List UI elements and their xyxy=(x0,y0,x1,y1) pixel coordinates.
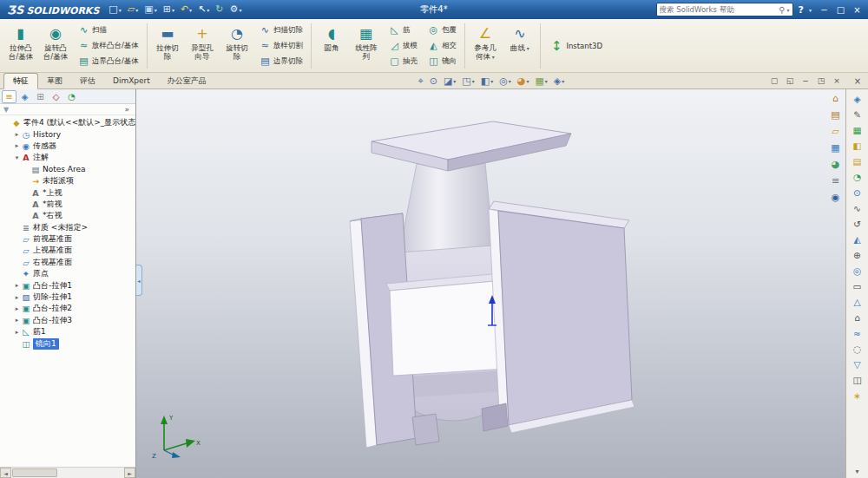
custom-properties-icon[interactable]: ≡ xyxy=(828,174,843,187)
new-window-icon[interactable]: ▢ xyxy=(767,75,781,87)
view-palette-icon[interactable]: ▦ xyxy=(828,141,843,154)
dropdown-caret-icon[interactable]: ▾ xyxy=(119,7,122,13)
scrollbar-thumb[interactable] xyxy=(12,468,57,477)
tool-icon-20[interactable]: ∗ xyxy=(850,389,865,402)
scroll-left-icon[interactable]: ◄ xyxy=(0,468,11,478)
file-explorer-icon[interactable]: ▱ xyxy=(828,125,843,138)
zoom-fit-button[interactable]: ⌖ xyxy=(416,74,426,88)
tool-icon-14[interactable]: △ xyxy=(850,295,865,308)
tool-icon-8[interactable]: ∿ xyxy=(850,201,865,214)
tree-toggle-icon[interactable]: ▸ xyxy=(13,294,21,301)
lofted-cut-button[interactable]: ≈放样切割 xyxy=(257,39,306,53)
hole-wizard-button[interactable]: +异型孔向导 xyxy=(185,22,220,70)
tree-item-rib1[interactable]: ▸◺筋1 xyxy=(0,326,135,337)
tool-icon-4[interactable]: ◧ xyxy=(850,139,865,152)
tree-item-notes-area[interactable]: ▤Notes Area xyxy=(0,164,135,175)
search-input[interactable] xyxy=(660,5,779,14)
design-library-icon[interactable]: ▤ xyxy=(828,108,843,121)
appearances-scenes-icon[interactable]: ◕ xyxy=(828,158,843,171)
search-caret-icon[interactable]: ▾ xyxy=(787,7,790,13)
curves-button[interactable]: ∿曲线 ▾ xyxy=(503,22,537,70)
apply-scene-button[interactable]: ▦▾ xyxy=(532,74,549,88)
shell-button[interactable]: ▢抽壳 xyxy=(386,55,420,69)
dropdown-caret-icon[interactable]: ▾ xyxy=(526,78,529,84)
tool-icon-10[interactable]: ◭ xyxy=(850,232,865,246)
swept-boss-button[interactable]: ∿扫描 xyxy=(76,23,141,37)
dropdown-caret-icon[interactable]: ▾ xyxy=(239,7,241,13)
tree-item-mirror1[interactable]: ◫镜向1 xyxy=(0,337,135,349)
tool-icon-17[interactable]: ◌ xyxy=(850,342,865,355)
print-button[interactable]: ⊞▾ xyxy=(161,2,177,17)
tree-item-front-view[interactable]: A*前视 xyxy=(0,199,135,210)
dropdown-caret-icon[interactable]: ▾ xyxy=(207,7,209,13)
part-model[interactable] xyxy=(136,89,845,478)
help-caret-icon[interactable]: ▾ xyxy=(809,7,812,13)
tree-item-boss-extrude3[interactable]: ▸▣凸台-拉伸3 xyxy=(0,315,135,326)
dropdown-caret-icon[interactable]: ▾ xyxy=(490,78,493,84)
extruded-boss-button[interactable]: ▮拉伸凸台/基体 xyxy=(3,22,38,70)
dropdown-caret-icon[interactable]: ▾ xyxy=(155,7,157,13)
dropdown-caret-icon[interactable]: ▾ xyxy=(545,78,548,84)
model-right-wall-face[interactable] xyxy=(498,211,632,425)
tree-item-sensors[interactable]: ▸◉传感器 xyxy=(0,141,135,152)
tool-icon-9[interactable]: ↺ xyxy=(850,217,865,230)
panel-splitter[interactable]: ◂ xyxy=(136,265,142,296)
select-button[interactable]: ↖▾ xyxy=(195,2,212,17)
section-view-button[interactable]: ◪▾ xyxy=(441,74,458,88)
tree-item-origin[interactable]: ⌖原点 xyxy=(0,268,135,279)
close-icon[interactable]: × xyxy=(850,3,865,16)
help-icon[interactable]: ? xyxy=(799,4,804,16)
tree-item-right-view[interactable]: A*右视 xyxy=(0,210,135,221)
extruded-cut-button[interactable]: ▬拉伸切除 xyxy=(150,22,185,70)
tool-icon-16[interactable]: ≈ xyxy=(850,326,865,339)
tree-item-cut-extrude1[interactable]: ▸▨切除-拉伸1 xyxy=(0,291,135,303)
rebuild-button[interactable]: ↻ xyxy=(213,2,226,17)
tree-root-part[interactable]: ◆零件4 (默认<<默认>_显示状态 xyxy=(0,117,135,128)
tree-item-unassigned[interactable]: →未指派项 xyxy=(0,175,135,187)
tree-item-boss-extrude1[interactable]: ▸▣凸台-拉伸1 xyxy=(0,279,135,291)
maximize-icon[interactable]: □ xyxy=(833,3,848,16)
tree-toggle-icon[interactable]: ▸ xyxy=(13,329,21,336)
forum-icon[interactable]: ◉ xyxy=(828,191,843,204)
tool-icon-18[interactable]: ▽ xyxy=(850,357,865,370)
tool-icon-12[interactable]: ◎ xyxy=(850,264,865,277)
toolbar-close-icon[interactable]: × xyxy=(851,76,865,86)
hide-show-items-button[interactable]: ◎▾ xyxy=(496,74,514,88)
tree-toggle-icon[interactable]: ▸ xyxy=(13,131,21,138)
tree-item-history[interactable]: ▸◷History xyxy=(0,128,135,140)
graphics-viewport[interactable]: ⌂▤▱▦◕≡◉ ◂ Y X Z xyxy=(136,89,845,478)
tab-草图[interactable]: 草图 xyxy=(38,73,71,89)
minimize-document-icon[interactable]: − xyxy=(799,75,812,87)
restore-document-icon[interactable]: ◳ xyxy=(814,75,828,87)
tool-icon-15[interactable]: ⌂ xyxy=(850,311,865,324)
boundary-boss-button[interactable]: ▤边界凸台/基体 xyxy=(76,55,141,69)
tile-windows-icon[interactable]: ◱ xyxy=(783,75,797,87)
filter-icon[interactable]: ▼ xyxy=(3,106,9,114)
save-button[interactable]: ▣▾ xyxy=(141,2,159,17)
minimize-icon[interactable]: − xyxy=(817,3,832,16)
edit-appearance-button[interactable]: ◕▾ xyxy=(515,74,532,88)
fillet-button[interactable]: ◖圆角 xyxy=(314,22,349,70)
tree-item-annotations[interactable]: ▾A注解 xyxy=(0,152,135,163)
intersect-button[interactable]: ◭相交 xyxy=(425,39,459,53)
tool-icon-1[interactable]: ◈ xyxy=(850,92,865,105)
tool-icon-3[interactable]: ▦ xyxy=(850,123,865,136)
rib-button[interactable]: ◺筋 xyxy=(386,23,420,37)
options-button[interactable]: ⚙▾ xyxy=(227,2,245,17)
draft-button[interactable]: ◿拔模 xyxy=(386,39,420,53)
tree-item-material[interactable]: ≡材质 <未指定> xyxy=(0,222,135,233)
tab-DimXpert[interactable]: DimXpert xyxy=(104,73,159,89)
dropdown-caret-icon[interactable]: ▾ xyxy=(189,7,192,13)
tab-评估[interactable]: 评估 xyxy=(71,73,104,89)
solidworks-resources-icon[interactable]: ⌂ xyxy=(828,92,843,105)
tree-item-top-plane[interactable]: ▱上视基准面 xyxy=(0,245,135,256)
dropdown-caret-icon[interactable]: ▾ xyxy=(172,7,174,13)
model-foot-left[interactable] xyxy=(412,414,439,445)
search-box[interactable]: ⚲ ▾ xyxy=(656,3,793,16)
tool-icon-19[interactable]: ◫ xyxy=(850,373,865,386)
dropdown-caret-icon[interactable]: ▾ xyxy=(453,78,456,84)
dropdown-caret-icon[interactable]: ▾ xyxy=(135,7,138,13)
model-box-face[interactable] xyxy=(390,280,507,376)
tab-特征[interactable]: 特征 xyxy=(3,73,38,89)
instant3d-button[interactable]: ↕Instant3D xyxy=(543,22,610,70)
